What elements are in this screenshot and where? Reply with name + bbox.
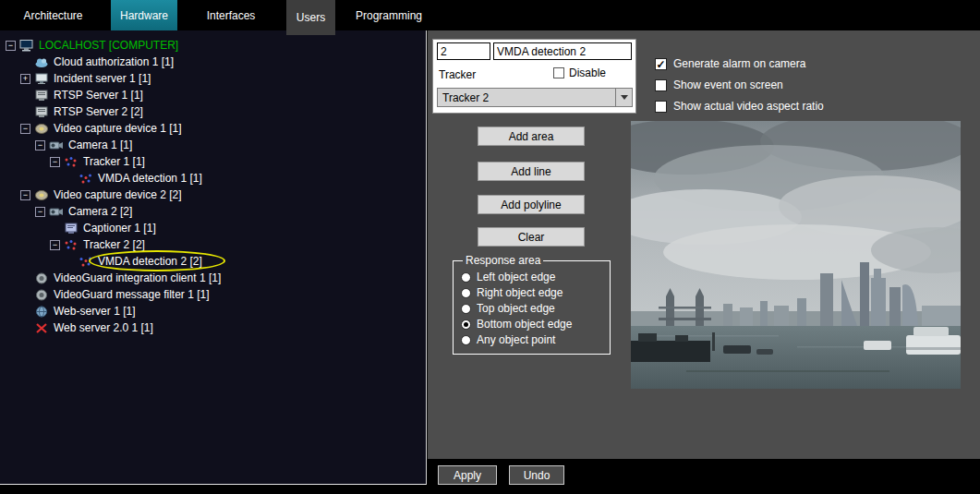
generate-alarm-checkbox-row[interactable]: Generate alarm on camera — [655, 56, 824, 71]
tree-item-localhost[interactable]: − LOCALHOST [COMPUTER] — [0, 37, 426, 54]
tree-item-label: VMDA detection 2 [2] — [98, 255, 202, 268]
radio-label: Left object edge — [477, 271, 555, 283]
camera-icon — [49, 206, 64, 218]
tree-item-label: RTSP Server 2 [2] — [54, 105, 143, 118]
tree-item-web-server-1[interactable]: Web-server 1 [1] — [0, 303, 426, 319]
tree-item-label: LOCALHOST [COMPUTER] — [39, 39, 178, 52]
response-area-title: Response area — [463, 254, 543, 267]
add-line-button[interactable]: Add line — [478, 162, 585, 181]
tree-item-label: Incident server 1 [1] — [54, 72, 151, 85]
tree-item-label: VideoGuard message filter 1 [1] — [54, 288, 210, 301]
collapse-icon[interactable]: − — [35, 140, 45, 151]
device-tree-panel: − LOCALHOST [COMPUTER] Cloud authorizati… — [0, 30, 427, 485]
vmda-detection-icon — [79, 256, 93, 268]
add-area-button[interactable]: Add area — [478, 127, 585, 146]
tree-item-camera-1[interactable]: − Camera 1 [1] — [0, 137, 426, 153]
tree-item-videoguard-integration-client[interactable]: VideoGuard integration client 1 [1] — [0, 270, 426, 286]
clear-button[interactable]: Clear — [478, 227, 585, 247]
tree-item-video-capture-device-1[interactable]: − Video capture device 1 [1] — [0, 120, 426, 137]
tab-interfaces[interactable]: Interfaces — [197, 0, 265, 30]
disable-checkbox-group[interactable]: Disable — [553, 66, 606, 79]
computer-icon — [19, 40, 34, 52]
tree-item-vmda-detection-1[interactable]: VMDA detection 1 [1] — [0, 170, 426, 187]
show-event-checkbox[interactable] — [655, 79, 667, 91]
tab-programming[interactable]: Programming — [345, 0, 432, 30]
videoguard-icon — [34, 272, 49, 284]
radio-right-object-edge[interactable]: Right object edge — [461, 286, 610, 299]
tree-item-label: Web server 2.0 1 [1] — [54, 321, 153, 334]
object-id-input[interactable] — [437, 42, 490, 60]
tab-users[interactable]: Users — [286, 0, 335, 35]
radio-left-object-edge[interactable]: Left object edge — [461, 271, 610, 283]
add-polyline-button[interactable]: Add polyline — [478, 195, 585, 214]
tree-item-web-server-2[interactable]: Web server 2.0 1 [1] — [0, 319, 426, 336]
tree-item-tracker-2[interactable]: − Tracker 2 [2] — [0, 236, 426, 253]
object-name-input[interactable] — [493, 42, 632, 60]
collapse-icon[interactable]: − — [50, 240, 60, 250]
tree-item-camera-2[interactable]: − Camera 2 [2] — [0, 203, 426, 220]
tree-item-rtsp-server-1[interactable]: RTSP Server 1 [1] — [0, 87, 426, 103]
vmda-detection-icon — [79, 173, 93, 185]
tree-item-label: Video capture device 2 [2] — [54, 188, 182, 201]
collapse-icon[interactable]: − — [20, 124, 30, 134]
tree-item-captioner-1[interactable]: Captioner 1 [1] — [0, 220, 426, 236]
checkbox-label: Generate alarm on camera — [673, 57, 805, 70]
radio-any-object-point[interactable]: Any object point — [461, 333, 610, 346]
top-tab-bar: Architecture Hardware Interfaces Users P… — [0, 0, 980, 30]
tracker-select-value: Tracker 2 — [438, 91, 615, 104]
tree-item-vmda-detection-2[interactable]: VMDA detection 2 [2] — [0, 253, 426, 270]
radio-bottom-object-edge[interactable]: Bottom object edge — [461, 318, 610, 331]
camera-icon — [49, 139, 64, 151]
tree-item-label: RTSP Server 1 [1] — [54, 89, 143, 102]
chevron-down-icon[interactable] — [615, 89, 632, 106]
collapse-icon[interactable]: − — [35, 207, 45, 217]
capture-device-icon — [34, 123, 49, 135]
disabled-x-icon — [34, 322, 49, 334]
alarm-options-group: Generate alarm on camera Show event on s… — [655, 56, 824, 120]
radio-label: Right object edge — [477, 286, 563, 299]
tree-item-incident-server[interactable]: + Incident server 1 [1] — [0, 70, 426, 87]
undo-button[interactable]: Undo — [509, 465, 564, 485]
tab-hardware[interactable]: Hardware — [111, 0, 177, 30]
tree-item-label: Camera 1 [1] — [68, 139, 132, 151]
aspect-ratio-checkbox-row[interactable]: Show actual video aspect ratio — [655, 99, 824, 114]
tracker-select[interactable]: Tracker 2 — [437, 88, 633, 107]
tree-item-label: Cloud authorization 1 [1] — [54, 55, 174, 68]
camera-video-preview[interactable] — [631, 121, 961, 389]
collapse-icon[interactable]: − — [20, 190, 30, 200]
radio-label: Top object edge — [477, 302, 555, 315]
disable-checkbox[interactable] — [553, 67, 564, 78]
tree-item-label: Video capture device 1 [1] — [54, 122, 182, 135]
videoguard-icon — [34, 289, 49, 301]
web-server-icon — [34, 306, 49, 318]
apply-button[interactable]: Apply — [438, 465, 497, 485]
tree-item-label: Web-server 1 [1] — [54, 305, 135, 318]
generate-alarm-checkbox[interactable] — [655, 58, 667, 70]
expand-icon[interactable]: + — [20, 74, 30, 84]
tree-item-rtsp-server-2[interactable]: RTSP Server 2 [2] — [0, 103, 426, 120]
collapse-icon[interactable]: − — [50, 157, 60, 167]
tab-architecture[interactable]: Architecture — [14, 0, 92, 30]
aspect-ratio-checkbox[interactable] — [655, 101, 667, 113]
tree-item-label: Camera 2 [2] — [68, 205, 132, 218]
radio-top-object-edge[interactable]: Top object edge — [461, 302, 610, 315]
tree-item-tracker-1[interactable]: − Tracker 1 [1] — [0, 153, 426, 170]
tree-item-video-capture-device-2[interactable]: − Video capture device 2 [2] — [0, 187, 426, 203]
tree-item-videoguard-message-filter[interactable]: VideoGuard message filter 1 [1] — [0, 286, 426, 303]
collapse-icon[interactable]: − — [6, 41, 16, 51]
radio-button[interactable] — [461, 288, 471, 298]
show-event-checkbox-row[interactable]: Show event on screen — [655, 78, 824, 92]
app-window: Architecture Hardware Interfaces Users P… — [0, 0, 980, 494]
object-id-name-box: Tracker Disable Tracker 2 — [432, 39, 636, 114]
checkbox-label: Show actual video aspect ratio — [673, 100, 824, 113]
radio-button[interactable] — [461, 335, 471, 345]
capture-device-icon — [34, 189, 49, 201]
rtsp-server-icon — [34, 106, 49, 118]
incident-server-icon — [34, 73, 49, 85]
radio-button[interactable] — [461, 272, 471, 283]
cloud-icon — [34, 56, 49, 68]
radio-button[interactable] — [461, 304, 471, 314]
tree-item-cloud-authorization[interactable]: Cloud authorization 1 [1] — [0, 54, 426, 70]
tracker-label: Tracker — [439, 68, 476, 81]
radio-button-selected[interactable] — [461, 319, 471, 330]
